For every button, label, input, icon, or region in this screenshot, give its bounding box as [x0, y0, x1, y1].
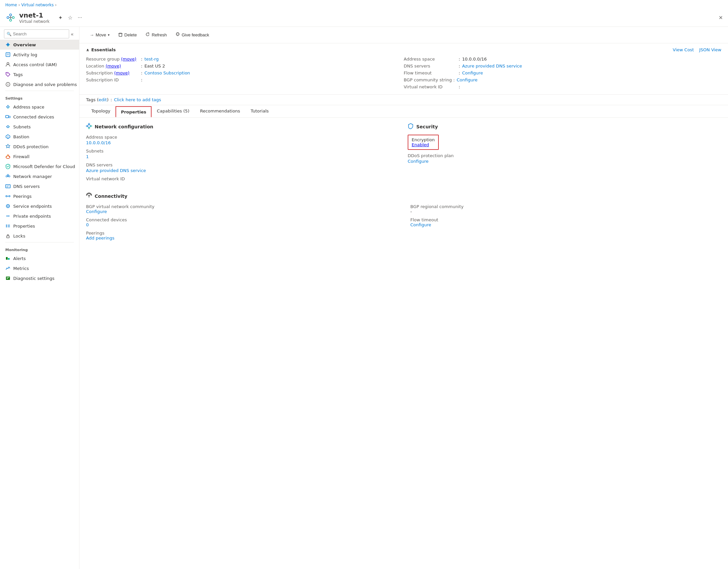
tab-capabilities[interactable]: Capabilities (5) — [152, 105, 195, 117]
sidebar-dns-label: DNS servers — [13, 184, 40, 189]
tags-edit-link[interactable]: edit — [99, 97, 107, 102]
favorite-button[interactable]: ☆ — [67, 13, 74, 22]
svg-point-74 — [88, 195, 90, 196]
sidebar-alerts-label: Alerts — [13, 256, 26, 261]
svg-rect-13 — [6, 53, 10, 57]
sidebar-item-service-endpoints[interactable]: Service endpoints — [0, 201, 79, 211]
flow-timeout-configure-link[interactable]: Configure — [410, 222, 431, 227]
flow-timeout-link[interactable]: Configure — [462, 70, 483, 75]
sidebar-activity-log-label: Activity log — [13, 52, 37, 57]
properties-content: Network configuration Address space 10.0… — [79, 118, 728, 190]
move-dropdown-icon: ▾ — [108, 33, 110, 37]
breadcrumb-parent[interactable]: Virtual networks — [21, 3, 54, 7]
sidebar-item-firewall[interactable]: Firewall — [0, 152, 79, 161]
sidebar-item-activity-log[interactable]: Activity log — [0, 50, 79, 60]
peerings-link[interactable]: Add peerings — [86, 236, 114, 241]
sidebar-item-network-manager[interactable]: Network manager — [0, 171, 79, 181]
search-input[interactable] — [4, 29, 69, 38]
sidebar-ms-defender-label: Microsoft Defender for Cloud — [13, 164, 75, 169]
sidebar-item-ddos[interactable]: DDoS protection — [0, 142, 79, 152]
overview-icon — [5, 42, 11, 47]
essentials-row-subscription: Subscription (move) : Contoso Subscripti… — [86, 69, 404, 76]
prop-row-address-space: Address space 10.0.0.0/16 — [86, 135, 400, 145]
close-button[interactable]: × — [719, 14, 723, 22]
svg-rect-56 — [8, 258, 10, 260]
sidebar-item-overview[interactable]: Overview — [0, 40, 79, 50]
essentials-row-dns: DNS servers : Azure provided DNS service — [404, 63, 721, 69]
dns-value-link[interactable]: Azure provided DNS service — [462, 64, 522, 68]
sidebar-item-alerts[interactable]: Alerts — [0, 253, 79, 263]
breadcrumb: Home › Virtual networks › — [0, 0, 728, 10]
svg-rect-50 — [6, 227, 7, 227]
connectivity-grid: BGP virtual network community Configure … — [86, 204, 721, 244]
tags-add-link[interactable]: Click here to add tags — [114, 97, 161, 102]
sidebar-item-subnets[interactable]: Subnets — [0, 122, 79, 132]
pin-button[interactable]: ✦ — [57, 13, 64, 22]
bgp-link[interactable]: Configure — [457, 77, 478, 82]
sub-value-link[interactable]: Contoso Subscription — [144, 70, 190, 75]
sidebar-diagnostic-settings-label: Diagnostic settings — [13, 276, 55, 281]
conn-row-connected-devices: Connected devices 0 — [86, 217, 397, 227]
svg-point-41 — [6, 196, 7, 197]
sidebar-item-bastion[interactable]: Bastion — [0, 132, 79, 142]
location-move-link[interactable]: (move) — [106, 64, 121, 68]
sidebar-item-diagnostic-settings[interactable]: Diagnostic settings — [0, 273, 79, 283]
svg-point-68 — [86, 125, 88, 127]
firewall-icon — [5, 154, 11, 159]
sidebar-item-ms-defender[interactable]: Microsoft Defender for Cloud — [0, 161, 79, 171]
sidebar-firewall-label: Firewall — [13, 154, 29, 159]
prop-row-ddos: DDoS protection plan Configure — [408, 153, 721, 164]
svg-point-65 — [177, 34, 177, 34]
encryption-value-link[interactable]: Enabled — [412, 142, 429, 147]
dns-config-link[interactable]: Azure provided DNS service — [86, 168, 146, 173]
tab-topology[interactable]: Topology — [86, 105, 115, 117]
connectivity-icon — [86, 193, 92, 199]
svg-rect-54 — [7, 236, 9, 238]
tab-recommendations[interactable]: Recommendations — [195, 105, 245, 117]
sidebar-item-tags[interactable]: Tags — [0, 69, 79, 79]
activity-log-icon — [5, 52, 11, 57]
toolbar: → Move ▾ Delete Refresh Give fe — [79, 27, 728, 43]
bgp-vnet-link[interactable]: Configure — [86, 209, 107, 214]
view-cost-link[interactable]: View Cost — [673, 47, 694, 52]
sidebar-item-private-endpoints[interactable]: Private endpoints — [0, 211, 79, 221]
svg-point-71 — [88, 128, 90, 129]
essentials-row-address-space: Address space : 10.0.0.0/16 — [404, 56, 721, 63]
address-space-value-link[interactable]: 10.0.0.0/16 — [86, 140, 111, 145]
sidebar-item-properties[interactable]: Properties — [0, 221, 79, 231]
sidebar-item-diagnose[interactable]: Diagnose and solve problems — [0, 79, 79, 89]
breadcrumb-home[interactable]: Home — [5, 3, 17, 7]
refresh-button[interactable]: Refresh — [142, 30, 170, 40]
subnets-value-link[interactable]: 1 — [86, 154, 89, 159]
sub-move-link[interactable]: (move) — [114, 70, 129, 75]
move-button[interactable]: → Move ▾ — [86, 30, 113, 39]
sidebar-item-connected-devices[interactable]: Connected devices — [0, 112, 79, 122]
svg-point-66 — [178, 34, 179, 34]
feedback-button[interactable]: Give feedback — [172, 30, 213, 40]
more-button[interactable]: ··· — [76, 13, 83, 22]
essentials-collapse-icon[interactable]: ∧ — [86, 48, 89, 52]
connectivity-section: Connectivity BGP virtual network communi… — [79, 193, 728, 250]
rg-value-link[interactable]: test-rg — [144, 57, 159, 62]
sidebar-item-address-space[interactable]: Address space — [0, 102, 79, 112]
svg-rect-55 — [6, 257, 8, 260]
delete-button[interactable]: Delete — [114, 30, 141, 40]
sidebar-bastion-label: Bastion — [13, 134, 29, 139]
sidebar-collapse-button[interactable]: « — [69, 30, 75, 38]
tab-tutorials[interactable]: Tutorials — [245, 105, 274, 117]
peerings-icon — [5, 194, 11, 199]
connected-devices-link[interactable]: 0 — [86, 222, 89, 227]
svg-rect-26 — [6, 115, 9, 118]
ddos-configure-link[interactable]: Configure — [408, 159, 429, 164]
sidebar-item-dns-servers[interactable]: DNS servers — [0, 181, 79, 191]
tab-properties[interactable]: Properties — [115, 106, 152, 117]
sidebar-item-locks[interactable]: Locks — [0, 231, 79, 241]
sidebar-item-peerings[interactable]: Peerings — [0, 191, 79, 201]
json-view-link[interactable]: JSON View — [699, 47, 721, 52]
sidebar-item-access-control[interactable]: Access control (IAM) — [0, 60, 79, 69]
conn-row-bgp-vnet: BGP virtual network community Configure — [86, 204, 397, 214]
sidebar-item-metrics[interactable]: Metrics — [0, 263, 79, 273]
rg-move-link[interactable]: (move) — [121, 57, 136, 62]
main-layout: 🔍 « Overview Activity log Access control… — [0, 27, 728, 569]
refresh-icon — [145, 32, 150, 38]
